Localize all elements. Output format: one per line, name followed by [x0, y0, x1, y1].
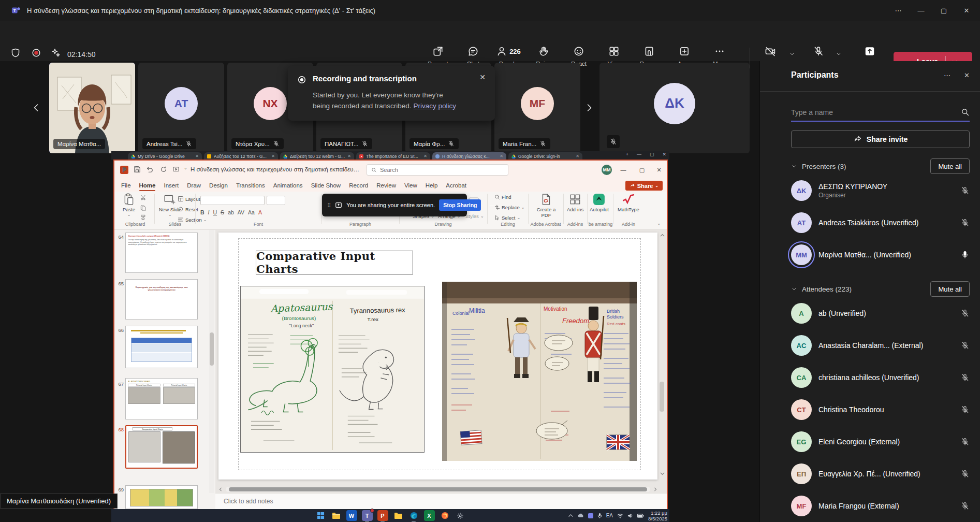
browser-new-tab-button[interactable]: +: [626, 152, 628, 157]
copilot-sparkle-icon[interactable]: [51, 48, 61, 58]
browser-tab[interactable]: Αυξήσεις του 12 ποτε - G... ✕: [204, 152, 278, 160]
slide-thumbnail-69[interactable]: [125, 485, 198, 509]
wifi-icon[interactable]: [617, 513, 623, 518]
start-taskbar-icon[interactable]: [315, 510, 326, 521]
browser-tab[interactable]: Διαίρεση του 12 webm - G... ✕: [280, 152, 354, 160]
cut-button[interactable]: [140, 195, 146, 200]
font-style-button[interactable]: B: [200, 209, 204, 215]
mic-muted-icon[interactable]: [960, 373, 970, 382]
slide-scrollbar-down[interactable]: [660, 471, 665, 476]
slide-thumbnail-65[interactable]: Στρατηγικές για την αύξηση της κατανόηση…: [125, 279, 198, 320]
participants-section-header[interactable]: Presenters (3) Mute all: [791, 158, 970, 175]
mic-active-icon[interactable]: [960, 250, 970, 259]
mic-muted-icon[interactable]: [960, 469, 970, 479]
mic-muted-icon[interactable]: [960, 309, 970, 318]
slide-thumbnail-67[interactable]: Ε. ΕΠΟΠΤΙΚΟ ΥΛΙΚΟ Pictorial Input Charts…: [125, 378, 198, 419]
undo-icon[interactable]: [146, 166, 153, 173]
participant-row[interactable]: A ab (Unverified): [791, 297, 970, 329]
create-pdf-button[interactable]: Create a PDF: [535, 193, 558, 218]
participant-row[interactable]: CT Christina Theodorou: [791, 394, 970, 426]
close-icon[interactable]: ✕: [576, 154, 579, 158]
collapse-ribbon-chevron-icon[interactable]: ⌄: [657, 221, 661, 226]
slide-vertical-scrollbar[interactable]: [660, 233, 665, 238]
add-ins-button[interactable]: Add-ins: [567, 193, 583, 212]
powerpoint-taskbar-icon[interactable]: P: [377, 510, 388, 521]
firefox-taskbar-icon[interactable]: [440, 510, 450, 521]
thumbnail-scrollbar[interactable]: [209, 230, 214, 493]
participant-row[interactable]: ΔΚ ΔΕΣΠΩ ΚΥΠΡΙΑΝΟΥ Organiser: [791, 175, 970, 207]
ribbon-tab-review[interactable]: Review: [372, 179, 400, 192]
maximize-button[interactable]: ▢: [932, 0, 955, 21]
mic-muted-icon[interactable]: [960, 405, 970, 414]
hidden-icons-chevron-icon[interactable]: [568, 513, 573, 518]
participant-row[interactable]: MF Maria Frangou (External): [791, 490, 970, 522]
teams-taskbar-icon[interactable]: T: [362, 510, 373, 521]
panel-close-icon[interactable]: ✕: [964, 71, 970, 79]
mute-all-button[interactable]: Mute all: [930, 158, 970, 174]
browser-tab[interactable]: The Importance of EU St... ✕: [356, 152, 430, 160]
mute-all-button[interactable]: Mute all: [930, 281, 970, 297]
security-shield-icon[interactable]: [10, 48, 21, 58]
ppt-close-button[interactable]: ✕: [650, 161, 668, 179]
font-style-button[interactable]: S: [221, 209, 224, 215]
folder-taskbar-icon[interactable]: [393, 510, 404, 521]
ribbon-tab-record[interactable]: Record: [345, 179, 372, 192]
mic-options-chevron-icon[interactable]: [836, 51, 842, 57]
replace-button[interactable]: Replace⌄: [494, 205, 525, 210]
slide-scrollbar-thumb[interactable]: [660, 382, 664, 412]
gallery-next-chevron-icon[interactable]: [584, 103, 594, 113]
video-tile[interactable]: MF Maria Fran...: [494, 63, 580, 153]
slide-thumbnail-64[interactable]: Comprehensible output (Swain) (1985) Για…: [125, 233, 198, 273]
ribbon-tab-view[interactable]: View: [400, 179, 421, 192]
mic-in-use-icon[interactable]: [597, 513, 602, 518]
camera-options-chevron-icon[interactable]: [789, 51, 795, 57]
quick-styles-button[interactable]: Styles⌄: [465, 213, 484, 219]
browser-tab[interactable]: My Drive - Google Drive ✕: [128, 152, 202, 160]
mic-muted-icon[interactable]: [960, 501, 970, 511]
participant-search[interactable]: [791, 104, 970, 122]
video-tile[interactable]: Μαρίνα Ματθα...: [49, 63, 135, 153]
ppt-share-button[interactable]: Share ⌄: [625, 181, 663, 191]
participant-row[interactable]: EG Eleni Georgiou (External): [791, 426, 970, 458]
volume-icon[interactable]: [627, 513, 633, 518]
drag-grip-icon[interactable]: ⠿: [327, 202, 331, 208]
slide-title-box[interactable]: Comparative Input Charts: [256, 251, 413, 274]
ppt-user-avatar[interactable]: MM: [602, 165, 612, 175]
onedrive-icon[interactable]: [577, 513, 584, 518]
ppt-search-box[interactable]: [367, 164, 508, 176]
ribbon-tab-file[interactable]: File: [117, 179, 135, 192]
browser-minimize-button[interactable]: —: [637, 152, 641, 157]
ribbon-tab-design[interactable]: Design: [205, 179, 232, 192]
language-indicator[interactable]: ΕΛ: [606, 513, 613, 518]
select-button[interactable]: Select⌄: [494, 215, 520, 221]
file-explorer-taskbar-icon[interactable]: [331, 510, 342, 521]
font-style-button[interactable]: U: [213, 209, 217, 215]
close-icon[interactable]: ✕: [271, 154, 275, 158]
quick-access-chevron-icon[interactable]: ⌄: [184, 166, 187, 170]
slide-thumbnail-68-selected[interactable]: Comparative Input Charts: [125, 425, 198, 469]
ribbon-tab-acrobat[interactable]: Acrobat: [442, 179, 471, 192]
browser-tab[interactable]: Google Drive: Sign-in ✕: [508, 152, 582, 160]
privacy-policy-link[interactable]: Privacy policy: [413, 102, 456, 110]
participant-row[interactable]: AT Andreas Tsiakkiros (Unverified): [791, 207, 970, 239]
dinosaur-comparative-input-chart-image[interactable]: Apatosaurus (Brontosaurus) "Long neck" T…: [240, 286, 425, 453]
participants-section-header[interactable]: Attendees (223) Mute all: [791, 281, 970, 297]
font-style-button[interactable]: I: [208, 209, 210, 215]
share-invite-button[interactable]: Share invite: [791, 130, 970, 148]
ribbon-tab-insert[interactable]: Insert: [159, 179, 183, 192]
minimize-button[interactable]: —: [910, 0, 932, 21]
participant-row[interactable]: MM Μαρίνα Ματθα... (Unverified): [791, 239, 970, 271]
font-style-button[interactable]: A: [258, 209, 262, 215]
browser-close-button[interactable]: ✕: [662, 152, 666, 157]
ribbon-tab-slide-show[interactable]: Slide Show: [307, 179, 345, 192]
video-tile-dk[interactable]: ΔΚ: [599, 63, 750, 153]
font-style-button[interactable]: AV: [238, 209, 244, 215]
close-icon[interactable]: ✕: [347, 154, 351, 158]
ppt-maximize-button[interactable]: ▢: [633, 161, 651, 179]
font-style-button[interactable]: Aa: [248, 209, 255, 215]
video-tile[interactable]: AT Andreas Tsi...: [138, 63, 224, 153]
banner-minimize-icon[interactable]: —: [489, 202, 495, 208]
gallery-previous-chevron-icon[interactable]: [31, 103, 41, 113]
word-taskbar-icon[interactable]: W: [346, 510, 357, 521]
slide-horizontal-scrollbar[interactable]: [218, 486, 657, 492]
